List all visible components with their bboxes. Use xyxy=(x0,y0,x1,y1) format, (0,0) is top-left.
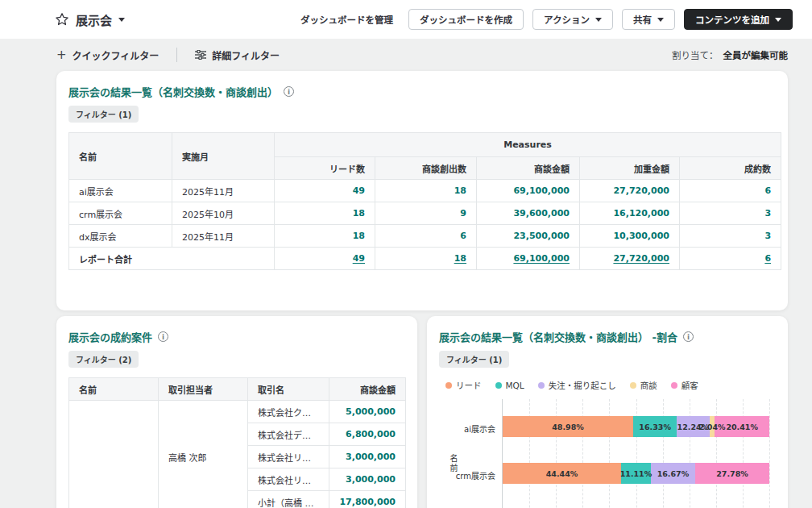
results-table-body: ai展示会2025年11月491869,100,00027,720,0006cr… xyxy=(69,180,781,248)
legend-item[interactable]: 失注・掘り起こし xyxy=(538,379,616,391)
col-header-name[interactable]: 名前 xyxy=(69,133,172,180)
exhibition-month: 2025年10月 xyxy=(172,202,275,225)
metric-value[interactable]: 6 xyxy=(680,180,781,202)
exhibition-name: dx展示会 xyxy=(69,225,172,248)
add-content-button[interactable]: コンテンツを追加 xyxy=(684,9,793,30)
deal-amount-cell[interactable]: 5,000,000 xyxy=(329,401,406,423)
segment-value-label: 16.33% xyxy=(639,423,671,431)
gridline xyxy=(769,399,770,508)
col-header-leads[interactable]: リード数 xyxy=(275,157,375,180)
metric-value[interactable]: 3 xyxy=(680,202,781,225)
metric-value[interactable]: 18 xyxy=(275,225,375,248)
deal-name-cell[interactable]: 株式会社クリエ... xyxy=(248,401,329,423)
total-value[interactable]: 6 xyxy=(680,248,781,270)
col-header-weighted-amount[interactable]: 加重金額 xyxy=(580,157,680,180)
filter-count-badge[interactable]: フィルター (2) xyxy=(68,351,139,368)
closed-deals-card: 展示会の成約案件 フィルター (2) 名前 取引担当者 取引名 商談金額 高橋 … xyxy=(56,316,417,508)
chart-legend: リードMQL失注・掘り起こし商談顧客 xyxy=(439,379,776,391)
deals-table: 名前 取引担当者 取引名 商談金額 高橋 次郎株式会社クリエ...5,000,0… xyxy=(68,377,406,508)
filter-count-badge[interactable]: フィルター (1) xyxy=(439,351,509,368)
deal-amount-cell[interactable]: 3,000,000 xyxy=(329,468,406,491)
legend-dot xyxy=(538,382,545,389)
bar-segment[interactable]: 11.11% xyxy=(621,463,651,484)
metric-value[interactable]: 39,600,000 xyxy=(477,202,580,225)
create-dashboard-button[interactable]: ダッシュボードを作成 xyxy=(408,9,524,30)
legend-item[interactable]: MQL xyxy=(495,381,524,390)
metric-value[interactable]: 23,500,000 xyxy=(477,225,580,248)
table-row: 高橋 次郎株式会社クリエ...5,000,000 xyxy=(69,401,406,423)
bar-segment[interactable]: 48.98% xyxy=(503,416,633,437)
deal-amount-cell[interactable]: 17,800,000 xyxy=(329,491,406,508)
favorite-star-icon[interactable] xyxy=(55,12,69,27)
ratio-chart-card: 展示会の結果一覧（名刺交換数・商談創出） -割合 フィルター (1) リードMQ… xyxy=(427,316,788,508)
col-header-name[interactable]: 名前 xyxy=(69,378,159,401)
metric-value[interactable]: 18 xyxy=(375,180,477,202)
col-header-closed-won[interactable]: 成約数 xyxy=(680,157,781,180)
report-total-row: レポート合計 49 18 69,100,000 27,720,000 6 xyxy=(69,248,781,270)
metric-value[interactable]: 27,720,000 xyxy=(580,180,680,202)
deal-amount-cell[interactable]: 3,000,000 xyxy=(329,446,406,468)
deal-name-cell[interactable]: 小計（高橋 次郎） xyxy=(248,491,329,508)
total-value[interactable]: 27,720,000 xyxy=(580,248,680,270)
assignment-value[interactable]: 全員が編集可能 xyxy=(723,48,789,61)
stacked-bar: 48.98%16.33%12.24%2.04%20.41% xyxy=(503,416,769,437)
total-value[interactable]: 69,100,000 xyxy=(477,248,580,270)
legend-item[interactable]: 商談 xyxy=(630,379,657,391)
filter-bar: クイックフィルター 詳細フィルター 割り当て： 全員が編集可能 xyxy=(0,39,812,71)
segment-value-label: 44.44% xyxy=(546,469,578,478)
deal-name-cell[interactable]: 株式会社デジタル... xyxy=(248,423,329,446)
chevron-down-icon xyxy=(657,18,664,22)
total-value[interactable]: 49 xyxy=(275,248,375,270)
metric-value[interactable]: 16,120,000 xyxy=(580,202,680,225)
legend-dot xyxy=(671,382,677,389)
col-header-measures: Measures xyxy=(275,133,781,157)
bar-segment[interactable]: 27.78% xyxy=(695,463,769,484)
bar-segment[interactable]: 16.33% xyxy=(633,416,677,437)
legend-label: MQL xyxy=(506,381,524,390)
info-icon[interactable] xyxy=(284,86,294,97)
info-icon[interactable] xyxy=(683,331,694,342)
report-title-row: 展示会の結果一覧（名刺交換数・商談創出） -割合 xyxy=(439,329,776,344)
col-header-deal-amount[interactable]: 商談金額 xyxy=(477,157,580,180)
advanced-filter-button[interactable]: 詳細フィルター xyxy=(195,48,280,62)
exhibition-month: 2025年11月 xyxy=(172,180,275,202)
col-header-month[interactable]: 実施月 xyxy=(172,133,275,180)
col-header-deals-created[interactable]: 商談創出数 xyxy=(375,157,477,180)
results-table: 名前 実施月 Measures リード数 商談創出数 商談金額 加重金額 成約数… xyxy=(68,132,781,270)
report-title[interactable]: 展示会の結果一覧（名刺交換数・商談創出） xyxy=(68,84,278,99)
report-title[interactable]: 展示会の結果一覧（名刺交換数・商談創出） -割合 xyxy=(439,329,677,344)
metric-value[interactable]: 10,300,000 xyxy=(580,225,680,248)
metric-value[interactable]: 18 xyxy=(275,202,375,225)
deal-name-cell[interactable]: 株式会社リンク... xyxy=(248,446,329,468)
total-value[interactable]: 18 xyxy=(375,248,477,270)
metric-value[interactable]: 3 xyxy=(680,225,781,248)
metric-value[interactable]: 49 xyxy=(275,180,375,202)
metric-value[interactable]: 9 xyxy=(375,202,477,225)
col-header-deal-name[interactable]: 取引名 xyxy=(248,378,329,401)
legend-dot xyxy=(445,382,452,389)
bar-segment[interactable]: 16.67% xyxy=(651,463,695,484)
table-row: ai展示会2025年11月491869,100,00027,720,0006 xyxy=(69,180,781,202)
legend-item[interactable]: リード xyxy=(445,379,482,391)
exhibition-name: ai展示会 xyxy=(69,180,172,202)
bar-segment[interactable]: 2.04% xyxy=(710,416,715,437)
share-button[interactable]: 共有 xyxy=(622,9,675,30)
actions-button-label: アクション xyxy=(544,13,590,26)
report-title[interactable]: 展示会の成約案件 xyxy=(68,329,152,344)
legend-item[interactable]: 顧客 xyxy=(671,379,698,391)
deal-amount-cell[interactable]: 6,800,000 xyxy=(329,423,406,446)
category-label: crm展示会 xyxy=(439,469,495,481)
actions-button[interactable]: アクション xyxy=(532,9,613,30)
info-icon[interactable] xyxy=(158,331,168,342)
dashboard-title-menu[interactable]: 展示会 xyxy=(55,11,125,28)
exhibition-month: 2025年11月 xyxy=(172,225,275,248)
metric-value[interactable]: 69,100,000 xyxy=(477,180,580,202)
manage-dashboards-link[interactable]: ダッシュボードを管理 xyxy=(300,13,393,26)
col-header-owner[interactable]: 取引担当者 xyxy=(159,378,248,401)
quick-filter-button[interactable]: クイックフィルター xyxy=(56,48,159,62)
bar-segment[interactable]: 44.44% xyxy=(503,463,621,484)
col-header-deal-amount[interactable]: 商談金額 xyxy=(329,378,406,401)
deal-name-cell[interactable]: 株式会社リンク... xyxy=(248,468,329,491)
filter-count-badge[interactable]: フィルター (1) xyxy=(68,106,139,123)
metric-value[interactable]: 6 xyxy=(375,225,477,248)
